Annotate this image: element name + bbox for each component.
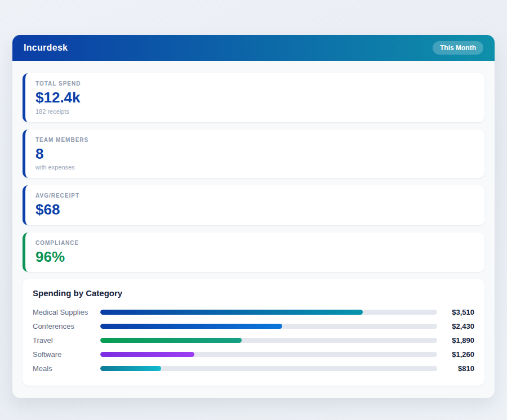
category-bar-track — [100, 324, 437, 329]
category-label: Software — [33, 350, 100, 359]
category-value: $810 — [442, 364, 474, 373]
category-bar-track — [100, 310, 437, 315]
stat-subtext: 182 receipts — [35, 108, 474, 115]
stat-card: TOTAL SPEND $12.4k 182 receipts — [23, 73, 484, 122]
category-bar-track — [100, 366, 437, 371]
category-bar-fill — [100, 338, 242, 343]
category-label: Meals — [33, 364, 100, 373]
category-label: Medical Supplies — [33, 308, 100, 316]
category-bar-track — [100, 352, 437, 357]
section-title: Spending by Category — [33, 288, 474, 298]
stat-value: 8 — [35, 146, 474, 162]
category-value: $1,890 — [442, 336, 474, 345]
category-value: $2,430 — [442, 322, 474, 330]
stat-label: TOTAL SPEND — [35, 81, 474, 87]
spending-by-category-card: Spending by Category Medical Supplies $3… — [23, 279, 484, 386]
category-label: Travel — [33, 336, 100, 345]
category-rows: Medical Supplies $3,510 Conferences $2,4… — [33, 305, 474, 376]
category-row: Medical Supplies $3,510 — [33, 305, 474, 319]
app-header: Incurdesk This Month — [12, 35, 495, 61]
panel-body: TOTAL SPEND $12.4k 182 receipts TEAM MEM… — [12, 61, 495, 398]
category-value: $3,510 — [442, 308, 474, 316]
stats-list: TOTAL SPEND $12.4k 182 receipts TEAM MEM… — [23, 73, 484, 272]
category-row: Travel $1,890 — [33, 333, 474, 347]
category-row: Conferences $2,430 — [33, 319, 474, 333]
stat-label: AVG/RECEIPT — [35, 193, 474, 199]
stat-card: TEAM MEMBERS 8 with expenses — [23, 129, 484, 178]
stat-value: 96% — [35, 249, 474, 265]
category-value: $1,260 — [442, 350, 474, 359]
stat-label: COMPLIANCE — [35, 240, 474, 246]
stat-card: COMPLIANCE 96% — [23, 233, 484, 272]
category-row: Meals $810 — [33, 361, 474, 376]
stat-subtext: with expenses — [35, 164, 474, 171]
category-bar-fill — [100, 352, 194, 357]
category-row: Software $1,260 — [33, 347, 474, 361]
category-bar-fill — [100, 310, 363, 315]
stat-label: TEAM MEMBERS — [35, 137, 474, 143]
incurdesk-panel: Incurdesk This Month TOTAL SPEND $12.4k … — [12, 35, 495, 398]
stat-value: $12.4k — [35, 90, 474, 106]
app-title: Incurdesk — [24, 43, 68, 53]
category-label: Conferences — [33, 322, 100, 330]
period-badge[interactable]: This Month — [433, 41, 483, 55]
category-bar-fill — [100, 324, 282, 329]
stat-value: $68 — [35, 202, 474, 218]
category-bar-track — [100, 338, 437, 343]
stat-card: AVG/RECEIPT $68 — [23, 185, 484, 225]
category-bar-fill — [100, 366, 161, 371]
